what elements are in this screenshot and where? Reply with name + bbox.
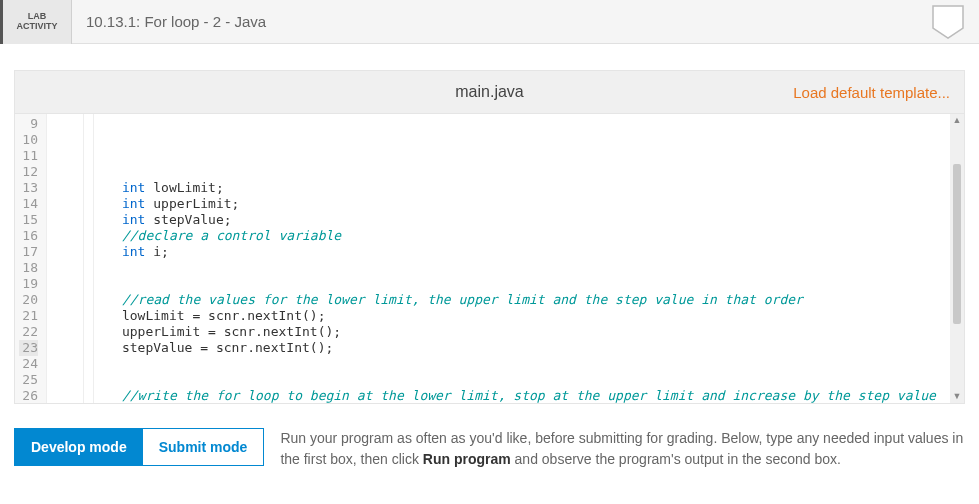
line-number: 13 bbox=[19, 180, 38, 196]
instructions-post: and observe the program's output in the … bbox=[511, 451, 841, 467]
mode-toggle: Develop mode Submit mode bbox=[14, 428, 264, 466]
line-number: 22 bbox=[19, 324, 38, 340]
submit-mode-button[interactable]: Submit mode bbox=[143, 429, 264, 465]
line-number: 15 bbox=[19, 212, 38, 228]
code-line[interactable] bbox=[47, 356, 964, 372]
bottom-bar: Develop mode Submit mode Run your progra… bbox=[14, 428, 965, 470]
code-line[interactable]: upperLimit = scnr.nextInt(); bbox=[47, 324, 964, 340]
scroll-up-arrow-icon[interactable]: ▲ bbox=[953, 116, 962, 125]
line-number: 14 bbox=[19, 196, 38, 212]
line-number: 23 bbox=[19, 340, 38, 356]
line-number: 25 bbox=[19, 372, 38, 388]
code-line[interactable]: int lowLimit; bbox=[47, 180, 964, 196]
line-number: 12 bbox=[19, 164, 38, 180]
line-number: 18 bbox=[19, 260, 38, 276]
code-line[interactable]: //declare a control variable bbox=[47, 228, 964, 244]
line-gutter: 91011121314151617181920212223242526 bbox=[15, 114, 47, 403]
code-line[interactable] bbox=[47, 276, 964, 292]
code-line[interactable] bbox=[47, 372, 964, 388]
vertical-scrollbar[interactable]: ▲ ▼ bbox=[950, 114, 964, 403]
line-number: 21 bbox=[19, 308, 38, 324]
activity-header: LAB ACTIVITY 10.13.1: For loop - 2 - Jav… bbox=[0, 0, 979, 44]
file-header: main.java Load default template... bbox=[14, 70, 965, 114]
load-template-link[interactable]: Load default template... bbox=[793, 84, 950, 101]
code-line[interactable]: //read the values for the lower limit, t… bbox=[47, 292, 964, 308]
code-area[interactable]: int lowLimit; int upperLimit; int stepVa… bbox=[47, 114, 964, 403]
code-line[interactable]: int stepValue; bbox=[47, 212, 964, 228]
line-number: 11 bbox=[19, 148, 38, 164]
line-number: 9 bbox=[19, 116, 38, 132]
line-number: 19 bbox=[19, 276, 38, 292]
code-line[interactable]: stepValue = scnr.nextInt(); bbox=[47, 340, 964, 356]
scrollbar-thumb[interactable] bbox=[953, 164, 961, 324]
score-shield-icon bbox=[931, 4, 965, 40]
code-line[interactable]: lowLimit = scnr.nextInt(); bbox=[47, 308, 964, 324]
scroll-down-arrow-icon[interactable]: ▼ bbox=[953, 392, 962, 401]
instructions-text: Run your program as often as you'd like,… bbox=[280, 428, 965, 470]
code-line[interactable]: int upperLimit; bbox=[47, 196, 964, 212]
line-number: 20 bbox=[19, 292, 38, 308]
lab-badge-line2: ACTIVITY bbox=[16, 22, 57, 32]
file-name: main.java bbox=[455, 83, 523, 101]
line-number: 16 bbox=[19, 228, 38, 244]
activity-title: 10.13.1: For loop - 2 - Java bbox=[72, 13, 266, 30]
code-line[interactable]: //write the for loop to begin at the low… bbox=[47, 388, 964, 404]
lab-badge: LAB ACTIVITY bbox=[0, 0, 72, 44]
line-number: 24 bbox=[19, 356, 38, 372]
line-number: 26 bbox=[19, 388, 38, 404]
line-number: 17 bbox=[19, 244, 38, 260]
line-number: 10 bbox=[19, 132, 38, 148]
develop-mode-button[interactable]: Develop mode bbox=[15, 429, 143, 465]
code-line[interactable]: int i; bbox=[47, 244, 964, 260]
run-program-bold: Run program bbox=[423, 451, 511, 467]
code-editor[interactable]: 91011121314151617181920212223242526 int … bbox=[14, 114, 965, 404]
code-line[interactable] bbox=[47, 260, 964, 276]
